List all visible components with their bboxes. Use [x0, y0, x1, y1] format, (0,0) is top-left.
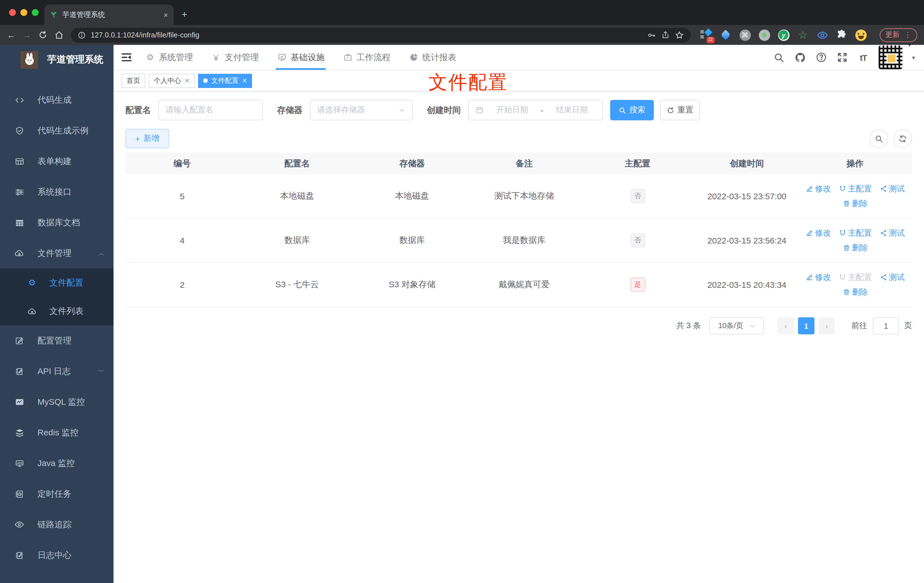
- delete-link[interactable]: 删除: [842, 243, 868, 253]
- zoom-window-button[interactable]: [32, 9, 39, 16]
- sidebar-item-config-mgmt[interactable]: 配置管理: [0, 325, 114, 356]
- tag-profile[interactable]: 个人中心 ✕: [149, 74, 195, 88]
- profile-avatar-emoji[interactable]: [855, 29, 867, 41]
- yen-icon: ¥: [211, 53, 221, 62]
- page-size-value: 10条/页: [718, 321, 743, 331]
- storage-select[interactable]: 请选择存储器: [310, 100, 412, 121]
- edit-link[interactable]: 修改: [805, 183, 831, 194]
- sidebar-item-system-api[interactable]: 系统接口: [0, 177, 114, 207]
- trash-icon: [842, 288, 850, 296]
- close-icon[interactable]: ✕: [185, 77, 190, 84]
- extension-y-icon[interactable]: y: [777, 29, 789, 41]
- nav-statistics[interactable]: 统计报表: [409, 45, 456, 70]
- test-link[interactable]: 测试: [879, 272, 905, 282]
- master-config-link[interactable]: 主配置: [838, 228, 872, 238]
- sidebar-item-file-list[interactable]: 文件列表: [0, 297, 114, 325]
- filter-date-label: 创建时间: [427, 105, 461, 116]
- goto-page-input[interactable]: [873, 317, 899, 334]
- sidebar-item-code-demo[interactable]: 代码生成示例: [0, 115, 114, 146]
- master-config-link[interactable]: 主配置: [838, 183, 872, 194]
- extension-star-icon[interactable]: ☆: [797, 29, 809, 41]
- sidebar-item-mysql-monitor[interactable]: MySQL 监控: [0, 386, 114, 417]
- extension-command-icon[interactable]: ⌘: [739, 29, 751, 41]
- search-button[interactable]: 搜索: [610, 100, 654, 121]
- nav-workflow[interactable]: 工作流程: [343, 45, 391, 70]
- extensions-puzzle-icon[interactable]: [835, 29, 847, 41]
- forward-icon[interactable]: →: [23, 31, 31, 39]
- browser-update-button[interactable]: 更新 ⋮: [880, 28, 917, 42]
- close-window-button[interactable]: [9, 9, 16, 16]
- close-icon[interactable]: ✕: [242, 77, 247, 84]
- reload-icon[interactable]: [39, 31, 47, 39]
- app-title: 芋道管理系统: [47, 53, 103, 66]
- sidebar-item-file-config[interactable]: ⚙ 文件配置: [0, 269, 114, 297]
- macos-traffic-lights[interactable]: [9, 9, 39, 16]
- url-bar[interactable]: 127.0.0.1:1024/infra/file/file-config: [71, 28, 691, 42]
- tag-label: 首页: [127, 76, 140, 86]
- collapse-sidebar-icon[interactable]: [120, 51, 133, 64]
- config-name-input[interactable]: 请输入配置名: [158, 100, 263, 121]
- sidebar-item-redis-monitor[interactable]: Redis 监控: [0, 417, 114, 448]
- date-end-placeholder[interactable]: 结束日期: [549, 105, 596, 115]
- table-row: 2 S3 - 七牛云 S3 对象存储 戴佩妮真可爱 是 2022-03-15 2…: [125, 263, 912, 307]
- home-icon[interactable]: [54, 30, 64, 40]
- test-link[interactable]: 测试: [879, 183, 905, 194]
- add-button[interactable]: + 新增: [125, 129, 169, 148]
- pencil-icon: [805, 273, 813, 281]
- extension-gray-dot-icon[interactable]: [758, 29, 770, 41]
- sidebar-item-file-mgmt[interactable]: 文件管理 ︿: [0, 238, 114, 269]
- github-icon[interactable]: [795, 52, 806, 63]
- user-avatar-qr[interactable]: [879, 45, 903, 69]
- sidebar-item-log-center[interactable]: 日志中心: [0, 540, 114, 570]
- site-info-icon[interactable]: [78, 31, 86, 39]
- sidebar-logo[interactable]: 芋道管理系统: [0, 45, 114, 74]
- sidebar-item-code-gen[interactable]: 代码生成: [0, 84, 114, 115]
- edit-link[interactable]: 修改: [805, 272, 831, 282]
- share-icon[interactable]: [661, 31, 670, 39]
- extension-kite-icon[interactable]: [720, 29, 732, 41]
- sidebar-item-form-builder[interactable]: 表单构建: [0, 146, 114, 177]
- back-icon[interactable]: ←: [7, 31, 15, 39]
- search-icon[interactable]: [774, 52, 785, 63]
- fullscreen-icon[interactable]: [837, 52, 848, 63]
- refresh-table-button[interactable]: [893, 129, 912, 148]
- font-size-icon[interactable]: tT: [858, 52, 869, 63]
- page-size-select[interactable]: 10条/页: [710, 317, 764, 334]
- date-start-placeholder[interactable]: 开始日期: [489, 105, 536, 115]
- test-link[interactable]: 测试: [879, 228, 905, 238]
- current-page-button[interactable]: 1: [798, 317, 815, 334]
- avatar-caret-icon[interactable]: ▾: [912, 54, 915, 61]
- tag-home[interactable]: 首页: [122, 74, 145, 88]
- tag-file-config[interactable]: 文件配置 ✕: [198, 74, 252, 88]
- delete-link[interactable]: 删除: [842, 287, 868, 297]
- sidebar-item-db-doc[interactable]: 数据库文档: [0, 207, 114, 238]
- help-icon[interactable]: [815, 52, 827, 63]
- nav-payment-mgmt[interactable]: ¥ 支付管理: [211, 45, 259, 70]
- new-tab-button[interactable]: +: [182, 9, 187, 20]
- bookmark-star-icon[interactable]: [675, 30, 684, 40]
- extension-eye-icon[interactable]: [816, 29, 828, 41]
- sidebar-item-api-log[interactable]: API 日志 ﹀: [0, 356, 114, 386]
- minimize-window-button[interactable]: [20, 9, 27, 16]
- nav-infrastructure[interactable]: 基础设施: [277, 45, 325, 70]
- browser-tab[interactable]: 芋道管理系统 ×: [44, 5, 174, 25]
- page-unit-label: 页: [904, 321, 912, 331]
- reset-button[interactable]: 重置: [660, 100, 700, 121]
- chart-monitor-icon: [14, 397, 25, 407]
- browser-menu-icon[interactable]: ⋮: [904, 31, 911, 39]
- tab-close-icon[interactable]: ×: [164, 10, 168, 19]
- nav-system-mgmt[interactable]: ⚙ 系统管理: [145, 45, 193, 70]
- show-search-button[interactable]: [870, 129, 888, 148]
- sidebar-item-java-monitor[interactable]: Java 监控: [0, 448, 114, 479]
- next-page-button[interactable]: ›: [818, 317, 835, 334]
- date-range-picker[interactable]: 开始日期 - 结束日期: [468, 100, 603, 121]
- url-text[interactable]: 127.0.0.1:1024/infra/file/file-config: [91, 31, 642, 39]
- edit-link[interactable]: 修改: [805, 228, 831, 238]
- sidebar-item-scheduled-jobs[interactable]: 定时任务: [0, 479, 114, 509]
- delete-link[interactable]: 删除: [842, 198, 868, 209]
- prev-page-button[interactable]: ‹: [777, 317, 794, 334]
- sidebar-item-tracing[interactable]: 链路追踪: [0, 509, 114, 540]
- password-key-icon[interactable]: [647, 30, 656, 40]
- share-nodes-icon: [879, 229, 887, 237]
- extension-grid-diamond-icon[interactable]: 11: [700, 29, 712, 41]
